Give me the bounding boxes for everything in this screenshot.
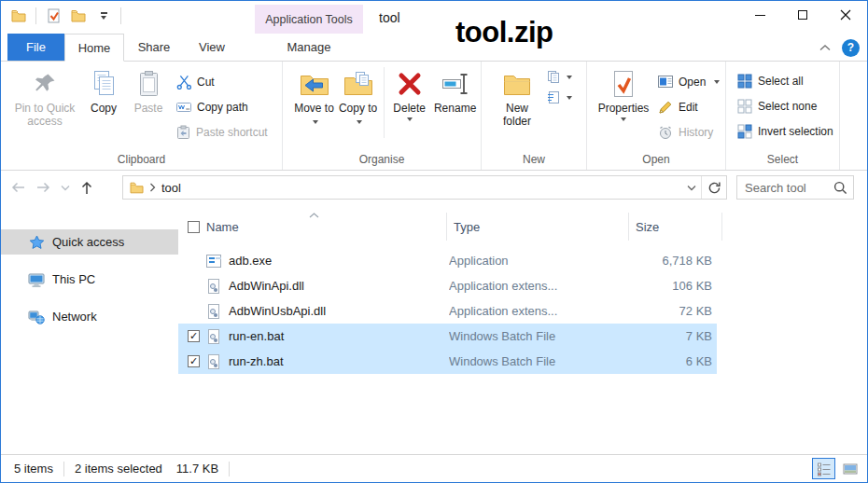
dropdown-caret-icon (313, 120, 318, 124)
new-folder-quick-icon[interactable] (70, 7, 87, 24)
column-header-size[interactable]: Size (629, 213, 722, 241)
dropdown-caret-icon (407, 117, 413, 121)
sidebar-item-network[interactable]: Network (1, 304, 178, 329)
contextual-tab-application-tools[interactable]: Application Tools (255, 5, 363, 34)
copy-to-button[interactable]: Copy to (336, 64, 380, 145)
file-name: AdbWinApi.dll (229, 279, 449, 293)
refresh-button[interactable] (702, 176, 726, 199)
close-button[interactable] (824, 1, 867, 29)
back-button[interactable] (10, 180, 26, 195)
select-all-button[interactable]: Select all (734, 68, 837, 93)
thumbnail-view-icon (843, 462, 858, 476)
paste-button[interactable]: Paste (126, 64, 171, 145)
sidebar-item-this-pc[interactable]: This PC (1, 267, 178, 292)
tab-manage[interactable]: Manage (255, 34, 363, 61)
address-bar[interactable]: tool (122, 175, 727, 200)
close-icon (840, 9, 851, 21)
dropdown-caret-icon (714, 80, 720, 84)
paste-shortcut-button[interactable]: Paste shortcut (173, 119, 272, 145)
status-bar: 5 items 2 items selected 11.7 KB (1, 454, 867, 482)
sidebar-item-label: This PC (52, 272, 95, 286)
select-all-label: Select all (758, 75, 804, 88)
minimize-button[interactable] (738, 1, 781, 29)
select-none-button[interactable]: Select none (734, 93, 837, 118)
help-icon[interactable] (842, 39, 860, 57)
tab-view[interactable]: View (184, 34, 240, 61)
file-checkbox[interactable] (188, 355, 200, 367)
dropdown-caret-icon (567, 96, 572, 100)
window-title: tool (379, 10, 400, 25)
recent-locations-button[interactable] (61, 185, 70, 191)
file-row[interactable]: AdbWinUsbApi.dll Application extens... 7… (178, 298, 717, 324)
network-icon (28, 309, 45, 324)
copy-path-button[interactable]: Copy path (173, 94, 272, 119)
quick-access-toolbar (10, 7, 121, 24)
window-controls (738, 1, 867, 29)
search-box (736, 175, 854, 200)
paste-icon (136, 68, 161, 100)
sidebar-item-quick-access[interactable]: Quick access (1, 229, 178, 255)
folder-icon (130, 182, 144, 194)
file-row[interactable]: run-en.bat Windows Batch File 7 KB (178, 324, 717, 349)
customize-toolbar-caret-icon[interactable] (95, 7, 112, 24)
ribbon: Pin to Quick access Copy Paste (1, 62, 867, 171)
address-dropdown-button[interactable] (681, 176, 702, 199)
select-none-icon (737, 99, 752, 114)
properties-quick-icon[interactable] (45, 7, 62, 24)
invert-selection-button[interactable]: Invert selection (734, 118, 837, 144)
move-to-label: Move to (294, 102, 334, 115)
copy-label: Copy (91, 102, 117, 115)
new-item-button[interactable] (547, 70, 572, 84)
file-row[interactable]: AdbWinApi.dll Application extens... 106 … (178, 273, 717, 298)
column-header-name[interactable]: Name (206, 213, 447, 241)
file-type: Windows Batch File (449, 329, 626, 343)
new-item-icon (547, 70, 561, 84)
application-icon (206, 254, 221, 269)
edit-button[interactable]: Edit (654, 94, 723, 119)
up-button[interactable] (79, 180, 94, 196)
pin-label: Pin to Quick access (15, 102, 76, 128)
file-size: 6,718 KB (626, 254, 712, 268)
copy-button[interactable]: Copy (81, 64, 126, 145)
delete-icon (398, 68, 422, 100)
file-name: run-zh.bat (229, 354, 449, 368)
search-input[interactable] (743, 180, 833, 196)
toolbar-separator (35, 7, 36, 24)
file-checkbox[interactable] (188, 330, 200, 342)
file-size: 72 KB (626, 304, 712, 318)
file-name: AdbWinUsbApi.dll (229, 304, 449, 318)
column-header-type[interactable]: Type (447, 213, 629, 241)
search-icon[interactable] (833, 181, 847, 195)
sort-ascending-icon (309, 213, 319, 218)
details-view-button[interactable] (812, 458, 835, 479)
easy-access-button[interactable] (547, 90, 572, 104)
tab-file[interactable]: File (7, 34, 64, 61)
history-label: History (679, 126, 713, 139)
delete-button[interactable]: Delete (388, 64, 430, 145)
maximize-button[interactable] (781, 1, 824, 29)
forward-button[interactable] (35, 180, 51, 195)
history-button[interactable]: History (654, 119, 723, 145)
new-folder-button[interactable]: New folder (493, 64, 541, 145)
rename-button[interactable]: Rename (430, 64, 480, 145)
section-label-open: Open (587, 153, 725, 166)
move-to-button[interactable]: Move to (292, 64, 336, 145)
status-separator (229, 462, 230, 476)
pin-to-quick-access-button[interactable]: Pin to Quick access (8, 64, 81, 145)
new-folder-label: New folder (503, 102, 531, 128)
dropdown-caret-icon (567, 76, 572, 79)
open-button[interactable]: Open (654, 69, 723, 94)
cut-button[interactable]: Cut (173, 69, 272, 94)
explorer-folder-icon[interactable] (10, 7, 27, 24)
select-all-checkbox[interactable] (188, 221, 200, 233)
properties-button[interactable]: Properties (595, 64, 652, 145)
breadcrumb-folder[interactable]: tool (161, 181, 181, 195)
select-none-label: Select none (758, 100, 817, 113)
file-row[interactable]: adb.exe Application 6,718 KB (178, 248, 717, 273)
tab-home[interactable]: Home (64, 34, 124, 62)
thumbnail-view-button[interactable] (838, 458, 861, 479)
breadcrumb-chevron-icon (149, 183, 156, 192)
tab-share[interactable]: Share (124, 34, 184, 61)
file-row[interactable]: run-zh.bat Windows Batch File 6 KB (178, 349, 717, 374)
collapse-ribbon-button[interactable] (819, 44, 831, 51)
